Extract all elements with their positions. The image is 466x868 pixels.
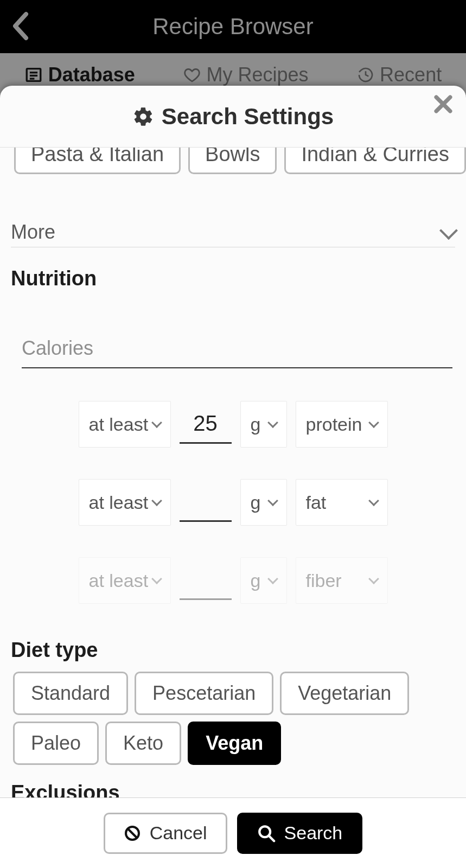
chevron-down-icon (151, 418, 162, 429)
category-chip[interactable]: Bowls (188, 148, 277, 174)
chevron-down-icon (368, 496, 379, 507)
modal-title: Search Settings (162, 104, 334, 130)
close-button[interactable] (431, 92, 455, 116)
tab-recent: Recent (357, 63, 442, 86)
calories-input[interactable] (22, 333, 452, 368)
app-title: Recipe Browser (0, 14, 466, 40)
chevron-down-icon (267, 418, 278, 429)
chevron-down-icon (368, 418, 379, 429)
tab-my-recipes: My Recipes (183, 63, 308, 86)
modal-header: Search Settings (0, 86, 466, 148)
tab-recent-label: Recent (380, 63, 442, 86)
nutrient-value: fiber (306, 570, 342, 591)
diet-chip-standard[interactable]: Standard (13, 672, 128, 715)
diet-chip-row: Standard Pescetarian Vegetarian Paleo Ke… (13, 672, 455, 765)
category-chip-row: Pasta & Italian Bowls Indian & Curries (14, 148, 455, 174)
diet-chip-vegetarian[interactable]: Vegetarian (280, 672, 409, 715)
chevron-down-icon (439, 222, 458, 240)
nutrition-row: at least g fiber (79, 557, 388, 604)
diet-chip-vegan[interactable]: Vegan (188, 722, 281, 765)
chevron-left-icon (10, 11, 31, 41)
chevron-down-icon (151, 574, 162, 585)
condition-select[interactable]: at least (79, 479, 171, 526)
unit-select[interactable]: g (240, 479, 287, 526)
nutrition-amount-input[interactable] (180, 561, 232, 600)
search-settings-modal: Search Settings Pasta & Italian Bowls In… (0, 86, 466, 868)
category-chip[interactable]: Pasta & Italian (14, 148, 181, 174)
close-icon (431, 92, 455, 116)
section-diet-type: Diet type (11, 639, 455, 662)
unit-value: g (251, 414, 261, 435)
diet-chip-paleo[interactable]: Paleo (13, 722, 99, 765)
nutrient-select[interactable]: fiber (296, 557, 388, 604)
category-chip[interactable]: Indian & Curries (284, 148, 465, 174)
unit-value: g (251, 492, 261, 513)
more-toggle[interactable]: More (11, 221, 455, 247)
app-header: Recipe Browser (0, 0, 466, 53)
nutrient-value: protein (306, 414, 362, 435)
gear-icon (132, 106, 154, 127)
ban-icon (124, 825, 141, 842)
back-button[interactable] (10, 11, 31, 41)
modal-footer: Cancel Search (0, 797, 466, 868)
svg-line-9 (269, 835, 274, 841)
chevron-down-icon (267, 574, 278, 585)
search-label: Search (284, 822, 343, 844)
cancel-button[interactable]: Cancel (104, 813, 227, 854)
search-button[interactable]: Search (237, 813, 363, 854)
tab-my-recipes-label: My Recipes (206, 63, 308, 86)
nutrition-amount-input[interactable] (180, 483, 232, 522)
unit-select[interactable]: g (240, 401, 287, 448)
nutrient-select[interactable]: protein (296, 401, 388, 448)
condition-value: at least (89, 570, 149, 591)
diet-chip-pescetarian[interactable]: Pescetarian (135, 672, 273, 715)
nutrition-row: at least g fat (79, 479, 388, 526)
condition-value: at least (89, 492, 149, 513)
modal-body: Pasta & Italian Bowls Indian & Curries M… (0, 148, 466, 797)
tab-database-label: Database (48, 63, 135, 86)
section-nutrition: Nutrition (11, 267, 455, 290)
chevron-down-icon (368, 574, 379, 585)
condition-select[interactable]: at least (79, 557, 171, 604)
nutrition-amount-input[interactable] (180, 405, 232, 444)
cancel-label: Cancel (150, 822, 207, 844)
nutrition-row: at least g protein (79, 401, 388, 448)
svg-line-7 (128, 829, 137, 838)
modal-title-row: Search Settings (132, 104, 334, 130)
section-exclusions: Exclusions (11, 781, 455, 797)
heart-icon (183, 66, 201, 84)
tab-database: Database (24, 63, 135, 86)
condition-select[interactable]: at least (79, 401, 171, 448)
unit-value: g (251, 570, 261, 591)
unit-select[interactable]: g (240, 557, 287, 604)
more-label: More (11, 221, 55, 244)
list-icon (24, 66, 43, 84)
history-icon (357, 66, 374, 84)
chevron-down-icon (267, 496, 278, 507)
nutrient-select[interactable]: fat (296, 479, 388, 526)
chevron-down-icon (151, 496, 162, 507)
diet-chip-keto[interactable]: Keto (105, 722, 181, 765)
nutrient-value: fat (306, 492, 327, 513)
nutrition-rows: at least g protein at least (11, 401, 455, 604)
search-icon (257, 824, 276, 843)
condition-value: at least (89, 414, 149, 435)
